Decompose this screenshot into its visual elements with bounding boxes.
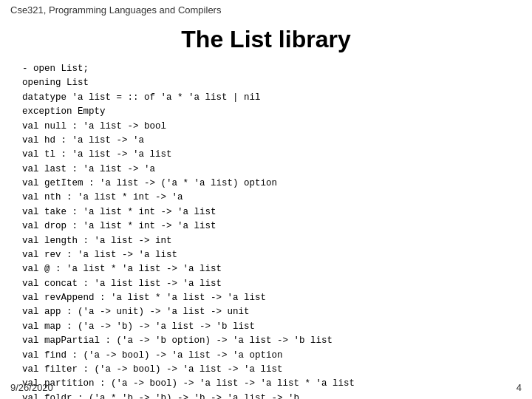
page-title: The List library [0, 20, 532, 62]
course-label: Cse321, Programming Languages and Compil… [10, 4, 221, 16]
code-line: val last : 'a list -> 'a [22, 163, 517, 177]
code-line: val take : 'a list * int -> 'a list [22, 205, 517, 219]
code-line: - open List; [22, 62, 517, 76]
code-line: val concat : 'a list list -> 'a list [22, 277, 517, 291]
code-line: val hd : 'a list -> 'a [22, 134, 517, 148]
footer: 9/26/2020 4 [10, 382, 522, 393]
code-line: val filter : ('a -> bool) -> 'a list -> … [22, 363, 517, 377]
code-line: val find : ('a -> bool) -> 'a list -> 'a… [22, 349, 517, 363]
code-line: val null : 'a list -> bool [22, 120, 517, 134]
code-line: val tl : 'a list -> 'a list [22, 148, 517, 162]
code-line: val @ : 'a list * 'a list -> 'a list [22, 262, 517, 276]
code-line: val drop : 'a list * int -> 'a list [22, 219, 517, 233]
code-line: datatype 'a list = :: of 'a * 'a list | … [22, 91, 517, 105]
code-line: exception Empty [22, 105, 517, 119]
code-line: val getItem : 'a list -> ('a * 'a list) … [22, 177, 517, 191]
content-area: - open List;opening List datatype 'a lis… [0, 62, 532, 399]
code-line: opening List [22, 76, 517, 90]
code-line: val mapPartial : ('a -> 'b option) -> 'a… [22, 334, 517, 348]
code-line: val nth : 'a list * int -> 'a [22, 191, 517, 205]
code-line: val map : ('a -> 'b) -> 'a list -> 'b li… [22, 320, 517, 334]
code-line: val app : ('a -> unit) -> 'a list -> uni… [22, 305, 517, 319]
date-label: 9/26/2020 [10, 382, 53, 393]
header-bar: Cse321, Programming Languages and Compil… [0, 0, 532, 20]
page-number: 4 [516, 382, 522, 393]
code-line: val revAppend : 'a list * 'a list -> 'a … [22, 291, 517, 305]
code-line: val rev : 'a list -> 'a list [22, 248, 517, 262]
code-line: val length : 'a list -> int [22, 234, 517, 248]
